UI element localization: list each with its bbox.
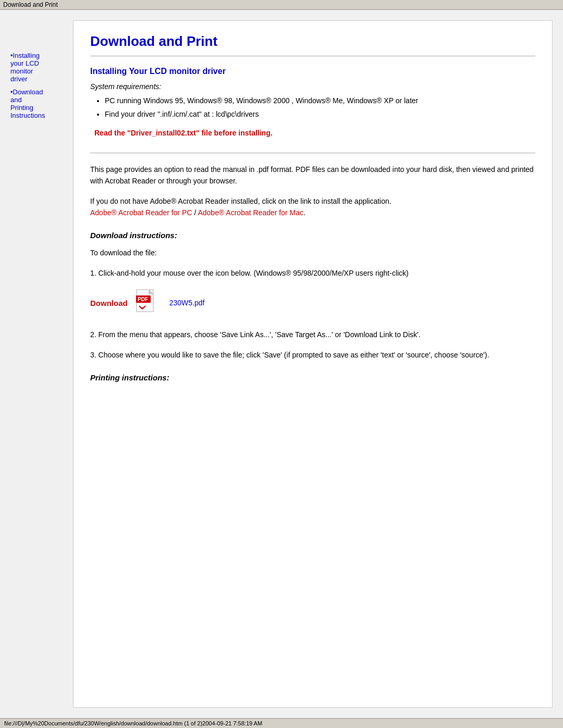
svg-text:PDF: PDF [138,297,148,302]
download-instructions-heading: Download instructions: [90,231,535,240]
req-item-2: Find your driver ".inf/.icm/.cat" at : l… [105,108,535,120]
download-label[interactable]: Download [90,299,128,307]
section-title-lcd: Installing Your LCD monitor driver [90,67,535,76]
sidebar: •Installing your LCD monitor driver •Dow… [10,20,73,708]
req-item-1: PC running Windows 95, Windows® 98, Wind… [105,95,535,106]
acrobat-paragraph: If you do not have Adobe® Acrobat Reader… [90,195,535,219]
title-bar-text: Download and Print [3,1,58,8]
divider-top [90,56,535,56]
status-bar-text: file:///D|/My%20Documents/dfu/230W/engli… [4,720,262,726]
system-req-label: System requirements: [90,82,535,91]
acrobat-link-mac[interactable]: Adobe® Acrobat Reader for Mac [198,208,303,217]
warning-text: Read the "Driver_install02.txt" file bef… [90,129,535,137]
pdf-filename-link[interactable]: 230W5.pdf [169,299,205,307]
download-row: Download PDF [90,289,535,316]
printing-instructions-heading: Printing instructions: [90,373,535,382]
step-1-text: 1. Click-and-hold your mouse over the ic… [90,267,535,279]
divider-middle [90,153,535,153]
content-area: Download and Print Installing Your LCD m… [73,20,553,708]
title-bar: Download and Print [0,0,563,10]
requirements-list: PC running Windows 95, Windows® 98, Wind… [105,95,535,120]
sidebar-link-lcd-driver[interactable]: •Installing your LCD monitor driver [10,52,73,83]
step-3-text: 3. Choose where you would like to save t… [90,349,535,361]
step-2-text: 2. From the menu that appears, choose 'S… [90,329,535,340]
status-bar: file:///D|/My%20Documents/dfu/230W/engli… [0,718,563,728]
sidebar-link-download-print[interactable]: •Download and Printing Instructions [10,88,73,119]
acrobat-link-pc[interactable]: Adobe® Acrobat Reader for PC [90,208,192,217]
page-title: Download and Print [90,33,535,50]
pdf-icon[interactable]: PDF [136,289,161,316]
main-wrapper: •Installing your LCD monitor driver •Dow… [0,10,563,718]
description-paragraph-1: This page provides an option to read the… [90,164,535,187]
to-download-text: To download the file: [90,247,535,258]
